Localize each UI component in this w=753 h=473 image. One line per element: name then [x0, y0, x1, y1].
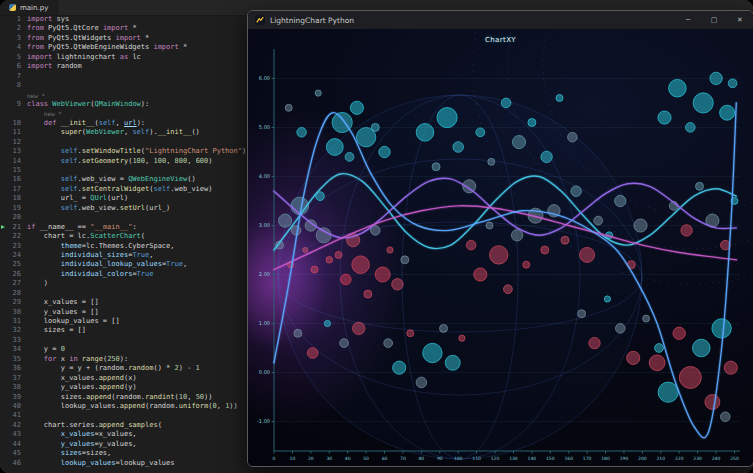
line-number[interactable]: 37	[0, 374, 27, 383]
line-number[interactable]: 36	[0, 364, 27, 373]
scatter-point	[655, 344, 664, 353]
code-token: super	[61, 128, 82, 136]
line-number[interactable]	[0, 91, 27, 100]
scatter-point	[696, 182, 704, 190]
scatter-point	[371, 123, 379, 131]
code-token: "LightningChart Python"	[145, 147, 242, 155]
chart-canvas[interactable]: ChartXY -1.000.001.002.003.004.005.006.0…	[248, 29, 753, 466]
line-number[interactable]: 16	[0, 175, 27, 184]
line-number[interactable]: 15	[0, 166, 27, 175]
line-number[interactable]: 34	[0, 345, 27, 354]
code-token: class	[27, 100, 48, 108]
scatter-point	[285, 104, 292, 111]
code-token: WebViewer	[52, 100, 90, 108]
line-number[interactable]: 30	[0, 308, 27, 317]
x-tick-label: 30	[326, 456, 332, 461]
code-token: lightningchart	[52, 53, 119, 61]
line-number[interactable]: 29	[0, 298, 27, 307]
code-token: (url)	[107, 194, 128, 202]
maximize-button[interactable]: ▢	[701, 11, 727, 29]
code-token: import	[27, 53, 52, 61]
line-number[interactable]: 43	[0, 430, 27, 439]
code-token: ):	[137, 119, 145, 127]
codelens-label[interactable]: new *	[27, 91, 45, 100]
code-token: lookup_values	[61, 459, 116, 467]
line-number[interactable]: 26	[0, 270, 27, 279]
tab-main-py[interactable]: main.py	[0, 0, 58, 15]
code-token: setUrl	[120, 204, 145, 212]
line-number[interactable]: 39	[0, 393, 27, 402]
code-token: (y)	[124, 383, 137, 391]
scatter-point	[341, 274, 352, 285]
line-number[interactable]: 23	[0, 242, 27, 251]
code-token: ):	[120, 355, 128, 363]
scatter-point	[440, 324, 448, 332]
line-number[interactable]: 4	[0, 43, 27, 52]
code-token	[27, 128, 61, 136]
line-number[interactable]: 12	[0, 138, 27, 147]
line-number[interactable]: 10	[0, 119, 27, 128]
line-number[interactable]: 20	[0, 213, 27, 222]
minimize-button[interactable]: ─	[675, 11, 701, 29]
line-number[interactable]: 41	[0, 411, 27, 420]
line-number[interactable]: 14	[0, 157, 27, 166]
scatter-point	[459, 335, 465, 341]
scatter-point	[335, 251, 342, 258]
line-number[interactable]: 11	[0, 128, 27, 137]
code-token: (random.	[145, 402, 179, 410]
line-number[interactable]: 28	[0, 289, 27, 298]
run-marker-icon[interactable]	[1, 225, 5, 229]
x-tick-label: 100	[454, 456, 463, 461]
line-number[interactable]: 38	[0, 383, 27, 392]
line-number[interactable]: 24	[0, 251, 27, 260]
series-path	[274, 178, 736, 238]
code-token: ) -	[179, 364, 196, 372]
code-token	[27, 185, 61, 193]
code-token: )	[208, 157, 212, 165]
code-token: in	[69, 355, 77, 363]
close-button[interactable]: ✕	[727, 11, 753, 29]
line-number[interactable]: 18	[0, 194, 27, 203]
scatter-point	[307, 348, 318, 359]
line-number[interactable]: 3	[0, 34, 27, 43]
code-token: self	[61, 204, 78, 212]
code-token: )	[27, 279, 48, 287]
line-number[interactable]: 22	[0, 232, 27, 241]
line-number[interactable]: 17	[0, 185, 27, 194]
y-tick-label: 0.00	[259, 369, 270, 375]
line-number[interactable]: 46	[0, 459, 27, 468]
line-number[interactable]: 32	[0, 326, 27, 335]
line-number[interactable]: 31	[0, 317, 27, 326]
code-token: ,	[149, 251, 153, 259]
scatter-point	[379, 146, 390, 157]
line-number[interactable]: 25	[0, 260, 27, 269]
code-token: import	[116, 34, 141, 42]
line-number[interactable]: 6	[0, 62, 27, 71]
x-tick-label: 110	[472, 456, 481, 461]
line-number[interactable]: 35	[0, 355, 27, 364]
line-number[interactable]: 8	[0, 81, 27, 90]
codelens-label[interactable]: new *	[27, 109, 62, 118]
line-number[interactable]: 13	[0, 147, 27, 156]
line-number[interactable]: 27	[0, 279, 27, 288]
code-token: random	[128, 364, 153, 372]
code-token: self	[132, 128, 149, 136]
line-number[interactable]: 44	[0, 440, 27, 449]
line-number[interactable]: 33	[0, 336, 27, 345]
line-number[interactable]: 40	[0, 402, 27, 411]
scatter-point	[556, 95, 563, 102]
code-token: QUrl	[90, 194, 107, 202]
line-number[interactable]	[0, 109, 27, 118]
code-token: from	[27, 43, 44, 51]
code-token: setCentralWidget	[82, 185, 149, 193]
line-number[interactable]: 1	[0, 15, 27, 24]
line-number[interactable]: 42	[0, 421, 27, 430]
line-number[interactable]: 7	[0, 72, 27, 81]
line-number[interactable]: 21	[0, 223, 27, 232]
line-number[interactable]: 5	[0, 53, 27, 62]
line-number[interactable]: 45	[0, 449, 27, 458]
line-number[interactable]: 2	[0, 24, 27, 33]
line-number[interactable]: 9	[0, 100, 27, 109]
line-number[interactable]: 19	[0, 204, 27, 213]
window-titlebar[interactable]: LightningChart Python ─ ▢ ✕	[248, 11, 753, 30]
